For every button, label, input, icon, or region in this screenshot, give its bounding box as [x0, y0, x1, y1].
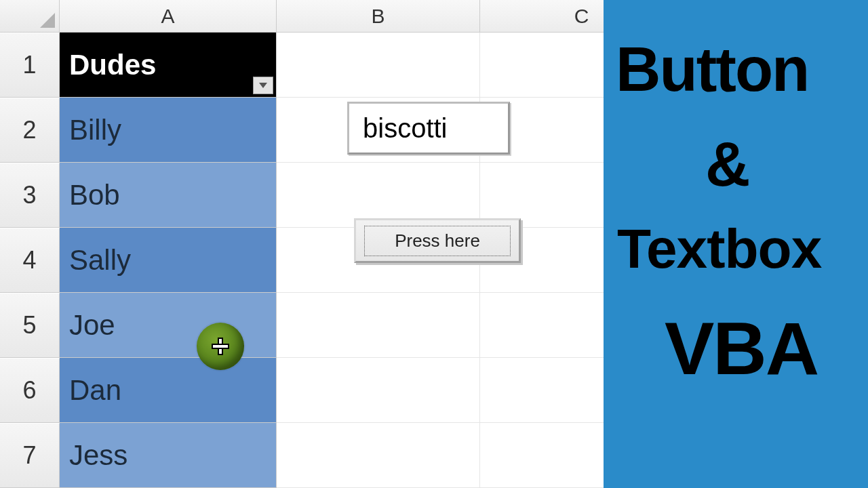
overlay-line-1: Button [616, 34, 808, 105]
overlay-line-3: Textbox [617, 217, 821, 281]
plus-icon [213, 339, 228, 354]
cursor-highlight-icon [197, 323, 244, 370]
row-header-7[interactable]: 7 [0, 423, 60, 488]
overlay-line-2: & [705, 129, 750, 200]
cell-A2[interactable]: Billy [60, 98, 277, 163]
cell-B6[interactable] [277, 358, 480, 423]
cell-A5[interactable]: Joe [60, 293, 277, 358]
button-label: Press here [364, 226, 511, 256]
row-header-3[interactable]: 3 [0, 163, 60, 228]
title-overlay-panel: Button & Textbox VBA [604, 0, 868, 488]
cell-A6[interactable]: Dan [60, 358, 277, 423]
column-header-B[interactable]: B [277, 0, 480, 33]
textbox-value: biscotti [363, 113, 448, 144]
press-here-button[interactable]: Press here [354, 218, 521, 263]
column-header-row: A B C [0, 0, 684, 33]
cell-A3[interactable]: Bob [60, 163, 277, 228]
cell-A1[interactable]: Dudes [60, 33, 277, 98]
row-header-5[interactable]: 5 [0, 293, 60, 358]
row-header-6[interactable]: 6 [0, 358, 60, 423]
row-header-4[interactable]: 4 [0, 228, 60, 293]
textbox-control[interactable]: biscotti [347, 102, 510, 155]
select-all-corner[interactable] [0, 0, 60, 33]
grid-rows: 1 Dudes 2 Billy 3 Bob 4 Sally 5 [0, 33, 684, 488]
row-header-2[interactable]: 2 [0, 98, 60, 163]
overlay-line-4: VBA [665, 305, 818, 391]
filter-dropdown-button[interactable] [253, 77, 273, 94]
cell-B7[interactable] [277, 423, 480, 488]
cell-A4[interactable]: Sally [60, 228, 277, 293]
cell-A7[interactable]: Jess [60, 423, 277, 488]
row-header-1[interactable]: 1 [0, 33, 60, 98]
column-header-A[interactable]: A [60, 0, 277, 33]
cell-B1[interactable] [277, 33, 480, 98]
table-header-label: Dudes [69, 49, 156, 81]
cell-B5[interactable] [277, 293, 480, 358]
